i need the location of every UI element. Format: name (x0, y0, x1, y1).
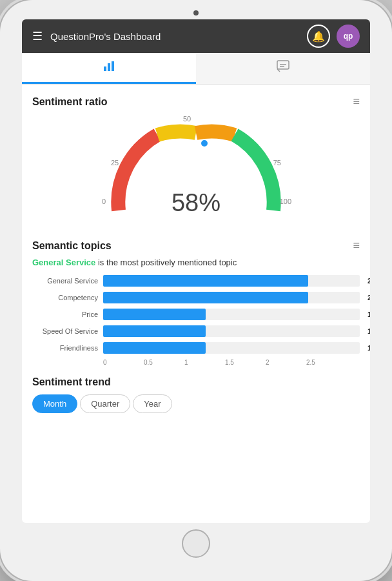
x-axis: 00.511.522.5 (103, 359, 360, 366)
sentiment-ratio-header: Sentiment ratio ≡ (32, 95, 360, 108)
semantic-topics-section: Semantic topics ≡ General Service is the… (32, 239, 360, 366)
sentiment-ratio-menu-icon[interactable]: ≡ (353, 95, 360, 108)
period-button-year[interactable]: Year (133, 394, 172, 413)
svg-point-7 (201, 140, 208, 147)
x-label: 2 (266, 359, 306, 366)
period-tabs: MonthQuarterYear (32, 394, 360, 413)
app-header: ☰ QuestionPro's Dashboard 🔔 qp (22, 19, 370, 53)
sentiment-trend-title: Sentiment trend (32, 376, 111, 387)
main-tabs (22, 53, 370, 85)
tablet-camera (193, 10, 199, 15)
bar-track: 2 (103, 292, 360, 303)
bar-value: 2 (368, 292, 370, 303)
bar-fill (103, 325, 206, 337)
x-label: 0.5 (144, 359, 184, 366)
x-label: 2.5 (306, 359, 347, 366)
x-label: 0 (103, 359, 144, 366)
bar-value: 1 (368, 325, 370, 337)
tab-comments[interactable] (196, 53, 370, 84)
sentiment-trend-section: Sentiment trend MonthQuarterYear (32, 376, 360, 413)
avatar-label: qp (344, 32, 353, 41)
gauge-label-0: 0 (102, 198, 106, 205)
bar-row: Friendliness 1 (32, 342, 360, 354)
period-button-quarter[interactable]: Quarter (80, 394, 130, 413)
bar-fill (103, 275, 308, 287)
svg-rect-0 (104, 66, 106, 71)
bell-icon: 🔔 (312, 30, 325, 43)
topic-subtitle-suffix: is the most positively mentioned topic (95, 258, 237, 267)
bar-fill (103, 309, 206, 320)
main-content: Sentiment ratio ≡ (22, 85, 370, 523)
bar-row: Price 1 (32, 309, 360, 320)
bar-fill (103, 342, 206, 354)
svg-rect-2 (112, 61, 114, 71)
gauge-label-75: 75 (273, 159, 281, 167)
bar-fill (103, 292, 308, 303)
hamburger-icon[interactable]: ☰ (32, 29, 43, 43)
header-title: QuestionPro's Dashboard (50, 31, 307, 42)
x-label: 1 (184, 359, 225, 366)
bar-value: 1 (368, 309, 370, 320)
topic-highlight: General Service (32, 258, 95, 267)
bar-track: 1 (103, 309, 360, 320)
bar-label: General Service (32, 277, 103, 285)
bar-row: Competency 2 (32, 292, 360, 303)
semantic-topics-menu-icon[interactable]: ≡ (353, 239, 360, 252)
header-icons: 🔔 qp (307, 25, 360, 48)
bar-value: 2 (368, 275, 370, 287)
bar-row: General Service 2 (32, 275, 360, 287)
gauge-label-25: 25 (111, 159, 119, 167)
tablet-screen: ☰ QuestionPro's Dashboard 🔔 qp (22, 19, 370, 523)
bar-track: 1 (103, 342, 360, 354)
semantic-topics-title: Semantic topics (32, 240, 112, 252)
gauge-value: 58% (172, 189, 220, 217)
avatar-button[interactable]: qp (337, 25, 360, 48)
bar-label: Friendliness (32, 344, 103, 352)
bell-button[interactable]: 🔔 (307, 25, 330, 48)
bar-value: 1 (368, 342, 370, 354)
gauge-label-100: 100 (280, 198, 291, 205)
bar-chart: General Service 2 Competency 2 Price 1 S… (32, 275, 360, 354)
bar-track: 2 (103, 275, 360, 287)
semantic-topics-header: Semantic topics ≡ (32, 239, 360, 252)
sentiment-ratio-title: Sentiment ratio (32, 96, 107, 108)
bar-label: Speed Of Service (32, 327, 103, 335)
gauge-container: 0 25 50 75 100 58% (32, 114, 360, 223)
gauge-wrapper: 0 25 50 75 100 58% (99, 114, 293, 223)
home-button[interactable] (182, 529, 210, 558)
comments-tab-icon (276, 59, 290, 77)
tablet-frame: ☰ QuestionPro's Dashboard 🔔 qp (0, 0, 392, 581)
gauge-label-50: 50 (183, 115, 191, 123)
bar-label: Price (32, 311, 103, 318)
topic-subtitle: General Service is the most positively m… (32, 258, 360, 267)
bar-label: Competency (32, 294, 103, 301)
bar-row: Speed Of Service 1 (32, 325, 360, 337)
x-label: 1.5 (225, 359, 266, 366)
tab-chart[interactable] (22, 53, 196, 84)
svg-rect-1 (108, 63, 110, 71)
chart-tab-icon (102, 59, 116, 77)
period-button-month[interactable]: Month (32, 394, 77, 413)
bar-track: 1 (103, 325, 360, 337)
